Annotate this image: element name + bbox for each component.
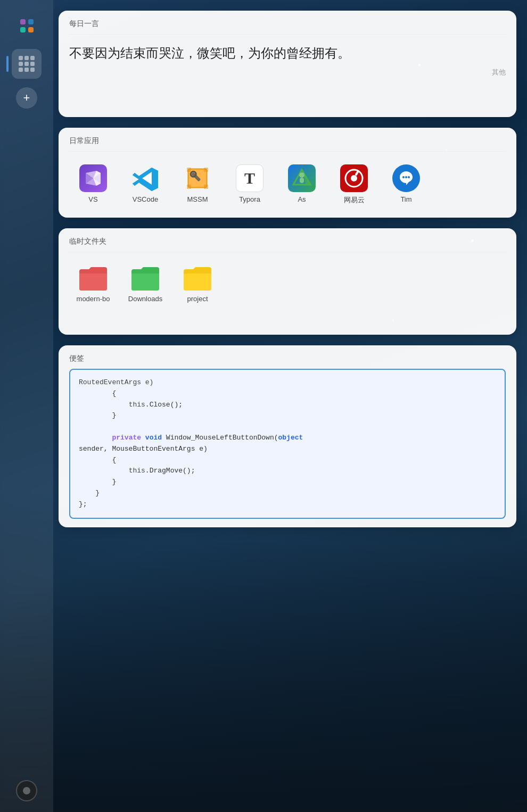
folder-label-modern-bo: modern-bo <box>77 295 110 303</box>
app-label-vs: VS <box>88 195 97 203</box>
vs-icon <box>79 164 107 192</box>
svg-rect-4 <box>187 168 191 172</box>
folder-green-icon <box>130 265 160 291</box>
main-content: 每日一言 不要因为结束而哭泣，微笑吧，为你的曾经拥有。 其他 日常应用 VS <box>53 0 527 812</box>
sidebar-item-apps-grid[interactable] <box>12 11 42 40</box>
app-item-tim[interactable]: Tim <box>382 160 430 209</box>
apps-card-title: 日常应用 <box>69 136 506 146</box>
svg-rect-5 <box>204 168 208 172</box>
app-item-vs[interactable]: VS <box>69 160 117 209</box>
folders-card-title: 临时文件夹 <box>69 237 506 246</box>
app-label-vscode: VSCode <box>133 195 158 203</box>
svg-rect-9 <box>300 178 304 183</box>
code-editor[interactable]: RoutedEventArgs e) { this.Close(); } pri… <box>69 369 506 519</box>
app-item-as[interactable]: As <box>278 160 326 209</box>
apps-card: 日常应用 VS <box>59 128 516 218</box>
app-label-tim: Tim <box>400 195 411 203</box>
folder-label-project: project <box>187 295 208 303</box>
typora-icon: T <box>236 164 264 192</box>
folder-item-modern-bo[interactable]: modern-bo <box>69 261 117 307</box>
app-item-mssm[interactable]: MSSM <box>174 160 221 209</box>
settings-icon <box>23 787 30 794</box>
folder-label-downloads: Downloads <box>128 295 162 303</box>
svg-rect-12 <box>355 170 359 176</box>
svg-point-15 <box>408 176 410 178</box>
settings-button[interactable] <box>16 780 37 801</box>
vscode-icon <box>131 164 159 192</box>
quote-card-title: 每日一言 <box>69 19 506 29</box>
folder-red-icon <box>78 265 108 291</box>
app-label-wyy: 网易云 <box>344 195 365 205</box>
app-item-vscode[interactable]: VSCode <box>121 160 169 209</box>
quote-category: 其他 <box>69 68 506 77</box>
mssm-icon <box>184 164 211 192</box>
wyy-icon <box>340 164 368 192</box>
apps-grid-icon <box>20 19 34 32</box>
notes-card-title: 便签 <box>69 354 506 363</box>
folders-divider <box>69 252 506 252</box>
app-label-mssm: MSSM <box>187 195 208 203</box>
folder-item-project[interactable]: project <box>174 261 221 307</box>
svg-point-14 <box>405 176 407 178</box>
active-indicator <box>6 56 9 72</box>
quote-card: 每日一言 不要因为结束而哭泣，微笑吧，为你的曾经拥有。 其他 <box>59 11 516 117</box>
notes-card: 便签 RoutedEventArgs e) { this.Close(); } … <box>59 345 516 527</box>
tim-icon <box>392 164 420 192</box>
apps-divider <box>69 151 506 152</box>
plus-icon: + <box>23 91 30 105</box>
sidebar: + <box>0 0 53 812</box>
svg-rect-6 <box>187 185 191 189</box>
svg-point-8 <box>299 172 304 178</box>
app-label-as: As <box>298 195 306 203</box>
sidebar-item-modules[interactable] <box>12 49 42 79</box>
as-icon <box>288 164 316 192</box>
folder-item-downloads[interactable]: Downloads <box>121 261 169 307</box>
sidebar-bottom <box>16 780 37 801</box>
app-item-wyy[interactable]: 网易云 <box>330 160 378 209</box>
folder-grid: modern-bo Downloads project <box>69 261 506 307</box>
add-module-button[interactable]: + <box>16 87 37 109</box>
svg-rect-7 <box>204 185 208 189</box>
quote-divider <box>69 34 506 35</box>
app-label-typora: Typora <box>239 195 260 203</box>
quote-text: 不要因为结束而哭泣，微笑吧，为你的曾经拥有。 <box>69 43 506 63</box>
svg-point-13 <box>402 176 405 178</box>
svg-point-11 <box>351 175 357 181</box>
app-item-typora[interactable]: T Typora <box>226 160 274 209</box>
folders-card: 临时文件夹 modern-bo Downloads <box>59 228 516 335</box>
folder-yellow-icon <box>183 265 212 291</box>
app-grid: VS VSCode <box>69 160 506 209</box>
modules-icon <box>19 56 35 72</box>
